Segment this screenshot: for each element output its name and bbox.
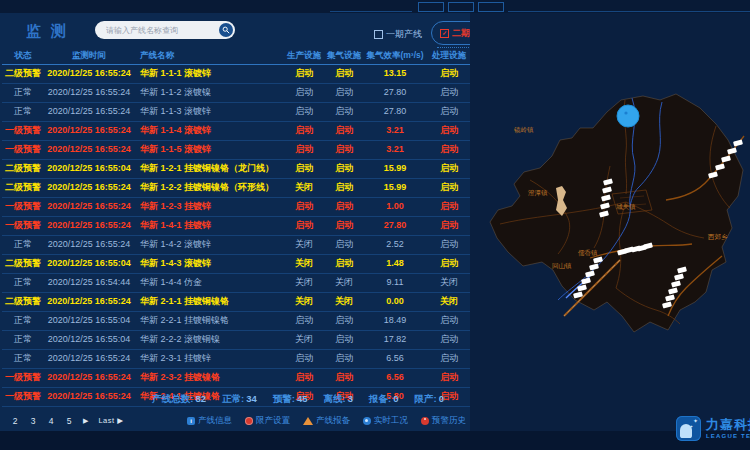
map-panel: 镜岭镇澄潭镇城关镇儒岙镇回山镇西郊乡 xyxy=(470,13,750,431)
table-row[interactable]: 正常2020/12/25 16:55:24华新 1-4-2 滚镀锌关闭启动2.5… xyxy=(2,236,472,255)
column-header: 监测时间 xyxy=(44,50,134,62)
cell-production-facility: 启动 xyxy=(284,217,324,235)
cell-gas-collection: 启动 xyxy=(324,65,364,83)
cell-line-name: 华新 1-1-1 滚镀锌 xyxy=(134,65,284,83)
cell-line-name: 华新 1-2-1 挂镀铜镍铬（龙门线） xyxy=(134,160,284,178)
pagination: 12345▶Last ▶ xyxy=(0,416,123,426)
cell-time: 2020/12/25 16:55:24 xyxy=(44,217,134,235)
cell-status: 正常 xyxy=(2,274,44,292)
district-map: 镜岭镇澄潭镇城关镇儒岙镇回山镇西郊乡 xyxy=(470,48,750,432)
next-page-button[interactable]: ▶ xyxy=(83,417,88,425)
legend-item-realtime[interactable]: 实时工况 xyxy=(363,415,408,427)
alert-circle-marker[interactable] xyxy=(617,105,639,127)
vendor-logo: ✦ ✦ 力嘉科技 LEAGUE TE xyxy=(676,416,750,441)
cell-line-name: 华新 1-1-2 滚镀镍 xyxy=(134,84,284,102)
checkbox-unchecked-icon xyxy=(374,30,383,39)
table-row[interactable]: 正常2020/12/25 16:54:44华新 1-4-4 仿金关闭关闭9.11… xyxy=(2,274,472,293)
cell-time: 2020/12/25 16:55:24 xyxy=(44,179,134,197)
cell-treatment-facility: 启动 xyxy=(426,255,472,273)
cell-gas-collection: 启动 xyxy=(324,198,364,216)
legend-item-limit[interactable]: 限产设置 xyxy=(245,415,290,427)
last-page-button[interactable]: Last ▶ xyxy=(98,416,123,425)
cell-production-facility: 启动 xyxy=(284,312,324,330)
cell-gas-efficiency: 15.99 xyxy=(364,160,426,178)
cell-time: 2020/12/25 16:55:24 xyxy=(44,122,134,140)
table-row[interactable]: 正常2020/12/25 16:55:24华新 1-1-2 滚镀镍启动启动27.… xyxy=(2,84,472,103)
cell-treatment-facility: 启动 xyxy=(426,84,472,102)
table-row[interactable]: 一级预警2020/12/25 16:55:24华新 1-1-5 滚镀锌启动启动3… xyxy=(2,141,472,160)
cell-gas-efficiency: 15.99 xyxy=(364,179,426,197)
checkbox-checked-icon: ✓ xyxy=(440,29,449,38)
legend-item-report[interactable]: 产线报备 xyxy=(303,415,350,427)
page-button[interactable]: 2 xyxy=(11,416,19,426)
logo-subtitle: LEAGUE TE xyxy=(706,433,750,439)
cell-line-name: 华新 2-1-1 挂镀铜镍铬 xyxy=(134,293,284,311)
summary-value: 82 xyxy=(196,393,207,404)
table-row[interactable]: 一级预警2020/12/25 16:55:24华新 1-4-1 挂镀锌启动启动2… xyxy=(2,217,472,236)
table-row[interactable]: 一级预警2020/12/25 16:55:24华新 1-2-3 挂镀锌启动启动1… xyxy=(2,198,472,217)
star-icon: ✦ xyxy=(690,424,693,430)
search-icon[interactable] xyxy=(219,23,233,37)
summary-item: 预警:45 xyxy=(273,393,308,406)
enterprise-marker[interactable] xyxy=(733,139,743,146)
cell-gas-collection: 启动 xyxy=(324,103,364,121)
legend-item-history[interactable]: 预警历史 xyxy=(421,415,466,427)
cell-production-facility: 启动 xyxy=(284,122,324,140)
search-box xyxy=(95,21,235,39)
monitoring-dashboard: 监测 一期产线 ✓ 二期产线 状态监测时间产线名称生产设施集气设施集气效率(m³… xyxy=(0,0,750,450)
cell-gas-efficiency: 27.80 xyxy=(364,103,426,121)
table-row[interactable]: 二级预警2020/12/25 16:55:24华新 2-1-1 挂镀铜镍铬关闭关… xyxy=(2,293,472,312)
table-row[interactable]: 一级预警2020/12/25 16:55:24华新 1-1-4 滚镀锌启动启动3… xyxy=(2,122,472,141)
cell-gas-collection: 启动 xyxy=(324,141,364,159)
page-button[interactable]: 4 xyxy=(47,416,55,426)
table-row[interactable]: 正常2020/12/25 16:55:24华新 1-1-3 滚镀锌启动启动27.… xyxy=(2,103,472,122)
cell-gas-efficiency: 17.82 xyxy=(364,331,426,349)
table-row[interactable]: 一级预警2020/12/25 16:55:24华新 2-3-2 挂镀镍铬启动启动… xyxy=(2,369,472,388)
phase1-label: 一期产线 xyxy=(386,28,422,41)
column-header: 集气效率(m³/s) xyxy=(364,50,426,62)
column-header: 产线名称 xyxy=(134,50,284,62)
summary-label: 离线: xyxy=(324,393,346,404)
cell-gas-collection: 启动 xyxy=(324,312,364,330)
cell-status: 二级预警 xyxy=(2,255,44,273)
star-icon: ✦ xyxy=(693,418,698,424)
table-row[interactable]: 正常2020/12/25 16:55:24华新 2-3-1 挂镀锌启动启动6.5… xyxy=(2,350,472,369)
table-row[interactable]: 二级预警2020/12/25 16:55:24华新 1-2-2 挂镀铜镍铬（环形… xyxy=(2,179,472,198)
page-button[interactable]: 5 xyxy=(65,416,73,426)
table-row[interactable]: 二级预警2020/12/25 16:55:04华新 1-4-3 滚镀锌关闭启动1… xyxy=(2,255,472,274)
cell-gas-efficiency: 2.52 xyxy=(364,236,426,254)
header-bar: 监测 一期产线 ✓ 二期产线 xyxy=(0,13,472,48)
phase1-checkbox[interactable]: 一期产线 xyxy=(374,28,422,41)
cell-line-name: 华新 1-2-3 挂镀锌 xyxy=(134,198,284,216)
legend-label: 限产设置 xyxy=(256,415,290,427)
decor-line xyxy=(508,11,750,12)
page-button[interactable]: 3 xyxy=(29,416,37,426)
search-input[interactable] xyxy=(104,25,219,36)
logo-name: 力嘉科技 xyxy=(706,418,750,431)
table-row[interactable]: 二级预警2020/12/25 16:55:04华新 1-2-1 挂镀铜镍铬（龙门… xyxy=(2,160,472,179)
legend-label: 产线信息 xyxy=(198,415,232,427)
legend-item-info[interactable]: i产线信息 xyxy=(187,415,232,427)
map-town-label: 城关镇 xyxy=(616,203,636,210)
cell-gas-collection: 启动 xyxy=(324,255,364,273)
table-row[interactable]: 二级预警2020/12/25 16:55:24华新 1-1-1 滚镀锌启动启动1… xyxy=(2,65,472,84)
summary-value: 0 xyxy=(439,393,444,404)
summary-bar: 产线总数:82正常:34预警:45离线:3报备:0限产:0 xyxy=(2,390,472,408)
cell-gas-collection: 启动 xyxy=(324,369,364,387)
summary-item: 报备:0 xyxy=(369,393,398,406)
map-town-label: 镜岭镇 xyxy=(513,126,534,134)
cell-production-facility: 启动 xyxy=(284,141,324,159)
limit-setting-icon xyxy=(245,417,253,425)
page-button[interactable]: 1 xyxy=(0,416,1,426)
cell-gas-efficiency: 6.56 xyxy=(364,350,426,368)
table-row[interactable]: 正常2020/12/25 16:55:04华新 2-2-2 滚镀铜镍关闭启动17… xyxy=(2,331,472,350)
summary-value: 45 xyxy=(297,393,308,404)
cell-status: 一级预警 xyxy=(2,217,44,235)
table-row[interactable]: 正常2020/12/25 16:55:04华新 2-2-1 挂镀铜镍铬启动启动1… xyxy=(2,312,472,331)
realtime-status-icon xyxy=(363,417,371,425)
cell-treatment-facility: 启动 xyxy=(426,122,472,140)
cell-treatment-facility: 启动 xyxy=(426,369,472,387)
cell-treatment-facility: 关闭 xyxy=(426,274,472,292)
cell-production-facility: 启动 xyxy=(284,84,324,102)
warning-history-icon xyxy=(421,417,429,425)
